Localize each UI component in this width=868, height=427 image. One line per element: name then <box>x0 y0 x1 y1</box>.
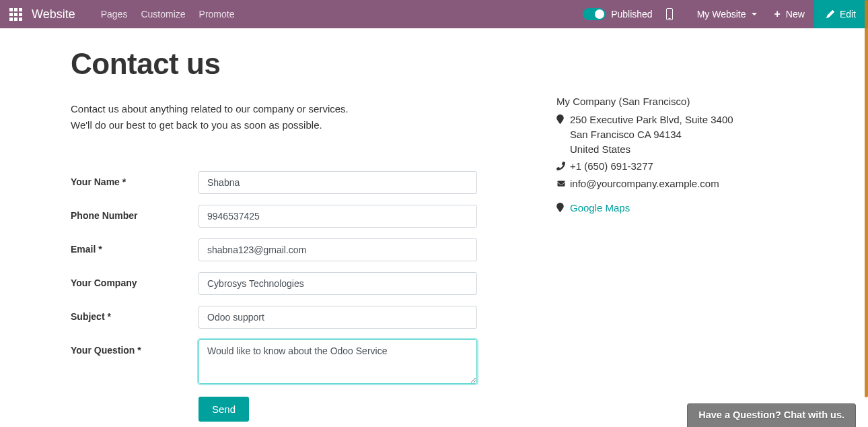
nav-promote[interactable]: Promote <box>192 9 242 20</box>
label-phone: Phone Number <box>71 205 198 221</box>
plus-icon: + <box>774 8 781 20</box>
form-row-company: Your Company <box>71 272 523 295</box>
new-button-label: New <box>786 9 805 20</box>
app-brand[interactable]: Website <box>32 7 75 22</box>
map-marker-icon <box>556 112 570 124</box>
navbar-right: Published My Website + New Edit <box>583 0 868 28</box>
address-line-1: 250 Executive Park Blvd, Suite 3400 <box>570 114 733 125</box>
main-container: Contact us Contact us about anything rel… <box>50 28 818 427</box>
envelope-icon <box>556 176 570 188</box>
map-marker-icon-2 <box>556 201 570 212</box>
form-row-subject: Subject * <box>71 306 523 329</box>
new-button[interactable]: + New <box>765 8 814 20</box>
caret-down-icon <box>752 13 757 15</box>
form-row-name: Your Name * <box>71 171 523 194</box>
nav-customize[interactable]: Customize <box>134 9 192 20</box>
input-phone[interactable] <box>198 205 477 228</box>
label-email: Email * <box>71 238 198 255</box>
scrollbar-thumb[interactable] <box>865 0 868 397</box>
nav-pages[interactable]: Pages <box>94 9 135 20</box>
send-button[interactable]: Send <box>198 397 249 422</box>
label-question: Your Question * <box>71 339 198 356</box>
maps-row: Google Maps <box>556 201 797 216</box>
address-line-2: San Francisco CA 94134 <box>570 129 682 140</box>
label-name: Your Name * <box>71 171 198 187</box>
input-email[interactable] <box>198 238 477 261</box>
left-column: Contact us Contact us about anything rel… <box>71 47 543 422</box>
email-text: info@yourcompany.example.com <box>570 176 797 191</box>
input-name[interactable] <box>198 171 477 194</box>
livechat-button[interactable]: Have a Question? Chat with us. <box>687 403 856 427</box>
email-row: info@yourcompany.example.com <box>556 176 797 191</box>
label-company: Your Company <box>71 272 198 288</box>
edit-button-label: Edit <box>840 9 856 20</box>
pencil-icon <box>826 10 834 18</box>
site-dropdown-label: My Website <box>697 9 746 20</box>
site-dropdown[interactable]: My Website <box>689 9 765 20</box>
published-toggle[interactable] <box>583 8 606 20</box>
form-row-phone: Phone Number <box>71 205 523 228</box>
textarea-question[interactable] <box>198 339 477 384</box>
page-title: Contact us <box>71 47 523 81</box>
form-row-email: Email * <box>71 238 523 261</box>
published-label: Published <box>611 9 653 20</box>
address-line-3: United States <box>570 143 630 155</box>
intro-line-1: Contact us about anything related to our… <box>71 101 523 117</box>
navbar-left: Website Pages Customize Promote <box>0 7 241 22</box>
apps-grid-icon[interactable] <box>0 8 32 21</box>
contact-form: Your Name * Phone Number Email * Your Co… <box>71 171 523 422</box>
address-text: 250 Executive Park Blvd, Suite 3400 San … <box>570 112 797 156</box>
scrollbar-track <box>864 0 868 427</box>
company-name: My Company (San Francisco) <box>556 96 797 107</box>
address-row: 250 Executive Park Blvd, Suite 3400 San … <box>556 112 797 156</box>
input-company[interactable] <box>198 272 477 295</box>
form-row-question: Your Question * <box>71 339 523 386</box>
phone-icon <box>556 159 570 170</box>
google-maps-link[interactable]: Google Maps <box>570 202 630 214</box>
top-navbar: Website Pages Customize Promote Publishe… <box>0 0 868 28</box>
mobile-preview-icon[interactable] <box>666 8 673 20</box>
right-column: My Company (San Francisco) 250 Executive… <box>543 47 797 422</box>
edit-button[interactable]: Edit <box>814 0 868 28</box>
phone-row: +1 (650) 691-3277 <box>556 159 797 174</box>
input-subject[interactable] <box>198 306 477 329</box>
intro-line-2: We'll do our best to get back to you as … <box>71 117 523 133</box>
phone-text: +1 (650) 691-3277 <box>570 159 797 174</box>
label-subject: Subject * <box>71 306 198 322</box>
intro-text: Contact us about anything related to our… <box>71 101 523 133</box>
